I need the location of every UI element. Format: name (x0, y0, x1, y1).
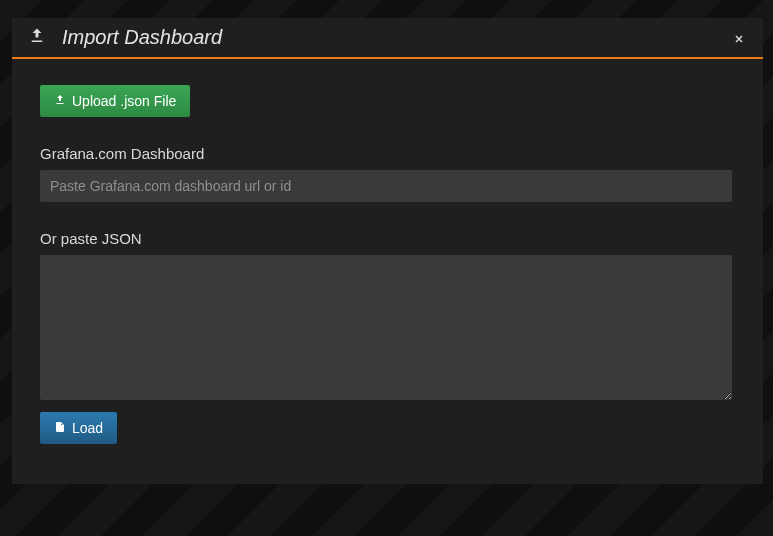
upload-json-button[interactable]: Upload .json File (40, 85, 190, 117)
load-button[interactable]: Load (40, 412, 117, 444)
grafana-url-label: Grafana.com Dashboard (40, 145, 735, 162)
upload-icon (28, 27, 46, 49)
upload-button-label: Upload .json File (72, 93, 176, 109)
load-button-label: Load (72, 420, 103, 436)
close-button[interactable] (729, 28, 749, 52)
grafana-url-input[interactable] (40, 170, 732, 202)
close-icon (733, 32, 745, 48)
dialog-header: Import Dashboard (12, 18, 763, 59)
json-textarea[interactable] (40, 255, 732, 400)
file-icon (54, 420, 66, 436)
import-dashboard-dialog: Import Dashboard Upload .json File Grafa… (12, 18, 763, 484)
dialog-body: Upload .json File Grafana.com Dashboard … (12, 59, 763, 484)
dialog-title: Import Dashboard (62, 26, 222, 49)
paste-json-label: Or paste JSON (40, 230, 735, 247)
upload-icon (54, 93, 66, 109)
